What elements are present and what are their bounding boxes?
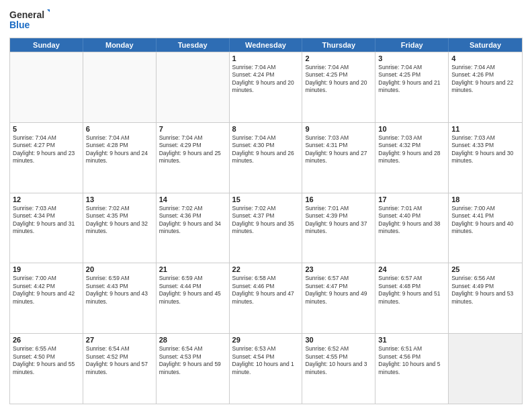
svg-text:General: General — [9, 9, 44, 20]
day-number: 28 — [159, 336, 226, 344]
day-info: Sunrise: 6:54 AMSunset: 4:52 PMDaylight:… — [86, 345, 153, 376]
calendar: SundayMondayTuesdayWednesdayThursdayFrid… — [9, 38, 523, 404]
day-number: 31 — [378, 336, 445, 344]
day-number: 27 — [86, 336, 153, 344]
calendar-cell: 8Sunrise: 7:04 AMSunset: 4:30 PMDaylight… — [230, 123, 303, 193]
calendar-cell: 31Sunrise: 6:51 AMSunset: 4:56 PMDayligh… — [375, 334, 449, 404]
calendar-cell — [10, 52, 83, 122]
calendar-body: 1Sunrise: 7:04 AMSunset: 4:24 PMDaylight… — [10, 52, 522, 404]
day-info: Sunrise: 7:02 AMSunset: 4:36 PMDaylight:… — [159, 205, 226, 236]
day-number: 5 — [13, 125, 80, 133]
calendar-page: General Blue SundayMondayTuesdayWednesda… — [0, 0, 532, 411]
calendar-row: 5Sunrise: 7:04 AMSunset: 4:27 PMDaylight… — [10, 122, 522, 193]
calendar-cell — [157, 52, 230, 122]
weekday-header: Sunday — [10, 38, 83, 52]
day-info: Sunrise: 6:56 AMSunset: 4:49 PMDaylight:… — [451, 275, 519, 306]
day-info: Sunrise: 7:03 AMSunset: 4:34 PMDaylight:… — [13, 205, 80, 236]
calendar-cell: 4Sunrise: 7:04 AMSunset: 4:26 PMDaylight… — [449, 52, 522, 122]
day-number: 26 — [13, 336, 80, 344]
day-info: Sunrise: 6:53 AMSunset: 4:54 PMDaylight:… — [232, 345, 300, 376]
day-number: 16 — [305, 195, 372, 203]
svg-marker-2 — [47, 9, 50, 13]
day-number: 25 — [451, 265, 519, 273]
day-info: Sunrise: 6:59 AMSunset: 4:44 PMDaylight:… — [159, 275, 226, 306]
calendar-row: 1Sunrise: 7:04 AMSunset: 4:24 PMDaylight… — [10, 52, 522, 122]
weekday-header: Tuesday — [157, 38, 230, 52]
calendar-cell: 14Sunrise: 7:02 AMSunset: 4:36 PMDayligh… — [157, 193, 230, 263]
logo: General Blue — [9, 8, 50, 32]
calendar-cell: 20Sunrise: 6:59 AMSunset: 4:43 PMDayligh… — [83, 263, 157, 333]
calendar-cell: 24Sunrise: 6:57 AMSunset: 4:48 PMDayligh… — [375, 263, 449, 333]
day-number: 23 — [305, 265, 372, 273]
day-number: 17 — [378, 195, 445, 203]
calendar-cell: 15Sunrise: 7:02 AMSunset: 4:37 PMDayligh… — [230, 193, 303, 263]
page-header: General Blue — [9, 8, 523, 32]
day-info: Sunrise: 7:04 AMSunset: 4:26 PMDaylight:… — [451, 64, 519, 95]
day-info: Sunrise: 7:02 AMSunset: 4:35 PMDaylight:… — [86, 205, 153, 236]
day-info: Sunrise: 6:54 AMSunset: 4:53 PMDaylight:… — [159, 345, 226, 376]
day-info: Sunrise: 7:00 AMSunset: 4:41 PMDaylight:… — [451, 205, 519, 236]
calendar-cell: 2Sunrise: 7:04 AMSunset: 4:25 PMDaylight… — [302, 52, 375, 122]
day-info: Sunrise: 7:01 AMSunset: 4:39 PMDaylight:… — [305, 205, 372, 236]
day-number: 6 — [86, 125, 153, 133]
calendar-cell: 7Sunrise: 7:04 AMSunset: 4:29 PMDaylight… — [157, 123, 230, 193]
calendar-row: 19Sunrise: 7:00 AMSunset: 4:42 PMDayligh… — [10, 263, 522, 333]
day-info: Sunrise: 6:57 AMSunset: 4:48 PMDaylight:… — [378, 275, 445, 306]
calendar-row: 12Sunrise: 7:03 AMSunset: 4:34 PMDayligh… — [10, 193, 522, 263]
day-number: 22 — [232, 265, 300, 273]
day-info: Sunrise: 6:57 AMSunset: 4:47 PMDaylight:… — [305, 275, 372, 306]
weekday-header: Monday — [83, 38, 157, 52]
day-info: Sunrise: 7:00 AMSunset: 4:42 PMDaylight:… — [13, 275, 80, 306]
day-number: 13 — [86, 195, 153, 203]
calendar-cell: 16Sunrise: 7:01 AMSunset: 4:39 PMDayligh… — [302, 193, 375, 263]
calendar-row: 26Sunrise: 6:55 AMSunset: 4:50 PMDayligh… — [10, 333, 522, 404]
calendar-cell: 3Sunrise: 7:04 AMSunset: 4:25 PMDaylight… — [375, 52, 449, 122]
calendar-cell: 1Sunrise: 7:04 AMSunset: 4:24 PMDaylight… — [230, 52, 303, 122]
calendar-cell: 27Sunrise: 6:54 AMSunset: 4:52 PMDayligh… — [83, 334, 157, 404]
day-info: Sunrise: 7:03 AMSunset: 4:32 PMDaylight:… — [378, 134, 445, 165]
day-number: 7 — [159, 125, 226, 133]
day-number: 21 — [159, 265, 226, 273]
day-info: Sunrise: 6:51 AMSunset: 4:56 PMDaylight:… — [378, 345, 445, 376]
weekday-header: Wednesday — [230, 38, 303, 52]
day-number: 29 — [232, 336, 300, 344]
day-info: Sunrise: 6:52 AMSunset: 4:55 PMDaylight:… — [305, 345, 372, 376]
day-number: 9 — [305, 125, 372, 133]
day-info: Sunrise: 7:03 AMSunset: 4:33 PMDaylight:… — [451, 134, 519, 165]
calendar-cell: 5Sunrise: 7:04 AMSunset: 4:27 PMDaylight… — [10, 123, 83, 193]
day-info: Sunrise: 7:04 AMSunset: 4:27 PMDaylight:… — [13, 134, 80, 165]
calendar-cell: 26Sunrise: 6:55 AMSunset: 4:50 PMDayligh… — [10, 334, 83, 404]
day-number: 2 — [305, 54, 372, 62]
day-number: 15 — [232, 195, 300, 203]
day-number: 11 — [451, 125, 519, 133]
day-info: Sunrise: 7:04 AMSunset: 4:25 PMDaylight:… — [305, 64, 372, 95]
calendar-cell: 25Sunrise: 6:56 AMSunset: 4:49 PMDayligh… — [449, 263, 522, 333]
logo-svg: General Blue — [9, 8, 50, 32]
svg-text:Blue: Blue — [9, 19, 30, 30]
calendar-cell: 28Sunrise: 6:54 AMSunset: 4:53 PMDayligh… — [157, 334, 230, 404]
calendar-cell: 17Sunrise: 7:01 AMSunset: 4:40 PMDayligh… — [375, 193, 449, 263]
day-number: 24 — [378, 265, 445, 273]
calendar-cell: 29Sunrise: 6:53 AMSunset: 4:54 PMDayligh… — [230, 334, 303, 404]
day-info: Sunrise: 7:02 AMSunset: 4:37 PMDaylight:… — [232, 205, 300, 236]
day-number: 8 — [232, 125, 300, 133]
weekday-header: Thursday — [302, 38, 375, 52]
calendar-cell: 21Sunrise: 6:59 AMSunset: 4:44 PMDayligh… — [157, 263, 230, 333]
day-info: Sunrise: 6:58 AMSunset: 4:46 PMDaylight:… — [232, 275, 300, 306]
calendar-cell: 22Sunrise: 6:58 AMSunset: 4:46 PMDayligh… — [230, 263, 303, 333]
day-number: 12 — [13, 195, 80, 203]
day-info: Sunrise: 7:04 AMSunset: 4:30 PMDaylight:… — [232, 134, 300, 165]
day-number: 1 — [232, 54, 300, 62]
day-info: Sunrise: 6:55 AMSunset: 4:50 PMDaylight:… — [13, 345, 80, 376]
calendar-cell: 19Sunrise: 7:00 AMSunset: 4:42 PMDayligh… — [10, 263, 83, 333]
day-number: 20 — [86, 265, 153, 273]
day-number: 14 — [159, 195, 226, 203]
calendar-cell: 12Sunrise: 7:03 AMSunset: 4:34 PMDayligh… — [10, 193, 83, 263]
day-info: Sunrise: 7:01 AMSunset: 4:40 PMDaylight:… — [378, 205, 445, 236]
weekday-header: Saturday — [449, 38, 522, 52]
weekday-header: Friday — [375, 38, 449, 52]
calendar-cell — [449, 334, 522, 404]
day-info: Sunrise: 6:59 AMSunset: 4:43 PMDaylight:… — [86, 275, 153, 306]
calendar-cell: 11Sunrise: 7:03 AMSunset: 4:33 PMDayligh… — [449, 123, 522, 193]
day-number: 30 — [305, 336, 372, 344]
